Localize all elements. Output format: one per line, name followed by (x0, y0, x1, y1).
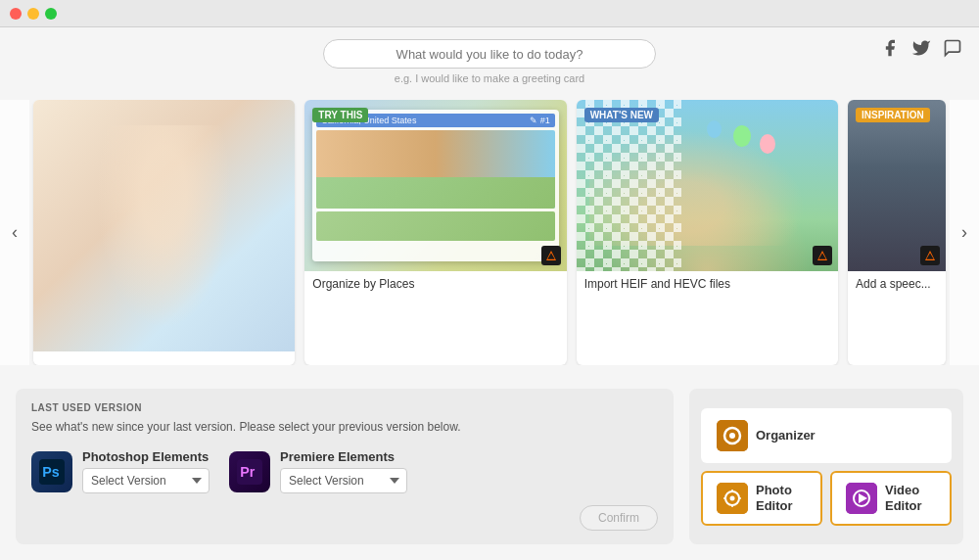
svg-text:Ps: Ps (42, 464, 60, 480)
ps-elements-info: Photoshop Elements Select Version 2019 2… (82, 449, 210, 493)
confirm-button[interactable]: Confirm (580, 505, 658, 531)
photo-editor-label: Photo Editor (756, 483, 793, 513)
launch-section: Organizer (689, 389, 963, 544)
titlebar (0, 0, 979, 27)
svg-point-6 (729, 433, 735, 439)
speech-adobe-icon (920, 246, 940, 265)
main-content: e.g. I would like to make a greeting car… (0, 27, 979, 560)
video-editor-icon (846, 483, 877, 514)
last-used-desc: See what's new since your last version. … (31, 419, 658, 436)
places-adobe-icon (541, 246, 561, 265)
places-badge: TRY THIS (312, 108, 368, 122)
pr-elements-name: Premiere Elements (280, 449, 407, 464)
carousel-item-label-heif: Import HEIF and HEVC files (577, 271, 838, 299)
heif-adobe-icon (813, 246, 832, 265)
ps-elements-name: Photoshop Elements (82, 449, 210, 464)
minimize-button[interactable] (27, 8, 39, 20)
last-used-title: LAST USED VERSION (31, 402, 658, 413)
pr-version-select[interactable]: Select Version 2019 2018 2017 15 14 (280, 468, 407, 493)
video-editor-label: Video Editor (885, 483, 922, 513)
traffic-lights (10, 8, 57, 20)
pr-elements-icon: Pr (229, 451, 270, 492)
carousel-image-child-cat (33, 100, 295, 351)
facebook-icon[interactable] (879, 37, 901, 59)
carousel-arrow-left[interactable]: ‹ (0, 100, 29, 365)
photo-editor-icon (717, 483, 748, 514)
heif-badge: WHAT'S NEW (584, 108, 659, 122)
carousel-item-label-places: Organize by Places (304, 271, 566, 299)
photo-editor-button[interactable]: Photo Editor (701, 471, 822, 526)
maximize-button[interactable] (45, 8, 57, 20)
ps-elements-selector: Ps Photoshop Elements Select Version 201… (31, 449, 210, 493)
pr-elements-selector: Pr Premiere Elements Select Version 2019… (229, 449, 407, 493)
svg-text:Pr: Pr (240, 464, 256, 480)
carousel-section: ‹ Cali (0, 90, 979, 375)
ps-elements-icon: Ps (31, 451, 72, 492)
carousel-item-places[interactable]: California, United States ✎ #1 TRY THIS … (304, 100, 566, 365)
bottom-panel: LAST USED VERSION See what's new since y… (0, 375, 979, 560)
carousel-item-heif[interactable]: WHAT'S NEW Import HEIF and HEVC files (577, 100, 838, 365)
search-input[interactable] (323, 39, 656, 69)
twitter-icon[interactable] (910, 37, 932, 59)
app-selectors: Ps Photoshop Elements Select Version 201… (31, 449, 658, 493)
carousel-item-speech[interactable]: INSPIRATION Add a speec... (848, 100, 946, 365)
carousel-image-places: California, United States ✎ #1 TRY THIS (304, 100, 566, 271)
speech-badge: INSPIRATION (856, 108, 930, 122)
carousel-image-heif: WHAT'S NEW (577, 100, 838, 271)
carousel-item-label-speech: Add a speec... (848, 271, 946, 299)
video-editor-button[interactable]: Video Editor (830, 471, 952, 526)
svg-point-9 (730, 495, 735, 500)
last-used-section: LAST USED VERSION See what's new since y… (16, 389, 674, 544)
carousel-arrow-right[interactable]: › (950, 100, 979, 365)
organizer-button[interactable]: Organizer (701, 408, 952, 463)
pr-elements-info: Premiere Elements Select Version 2019 20… (280, 449, 407, 493)
carousel-item-label-child-cat (33, 351, 295, 365)
search-hint: e.g. I would like to make a greeting car… (395, 72, 584, 84)
organizer-label: Organizer (756, 428, 816, 443)
close-button[interactable] (10, 8, 22, 20)
carousel-item-child-cat[interactable] (33, 100, 295, 365)
carousel-image-speech: INSPIRATION (848, 100, 946, 271)
organizer-icon (717, 420, 748, 451)
chat-icon[interactable] (942, 37, 963, 59)
carousel-items: California, United States ✎ #1 TRY THIS … (29, 100, 950, 365)
launch-buttons: Photo Editor Video Ed (701, 471, 952, 526)
heif-pixelate (577, 100, 681, 271)
confirm-row: Confirm (31, 505, 658, 531)
header: e.g. I would like to make a greeting car… (0, 27, 979, 90)
ps-version-select[interactable]: Select Version 2019 2018 2017 15 14 (82, 468, 210, 493)
social-icons (879, 37, 963, 59)
